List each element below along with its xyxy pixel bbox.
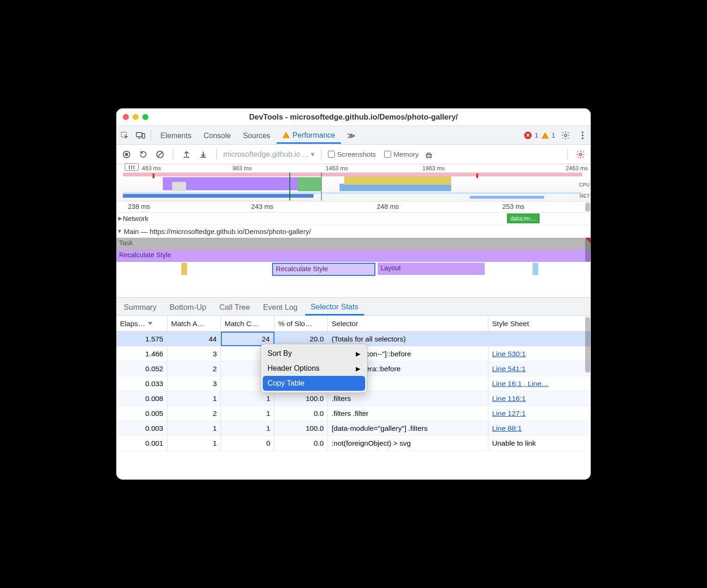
svg-point-5: [581, 134, 583, 136]
flame-scrollbar[interactable]: [585, 202, 590, 212]
col-pct-slow[interactable]: % of Slo…: [274, 316, 328, 331]
ctx-header-options[interactable]: Header Options▶: [261, 361, 367, 376]
stylesheet-link[interactable]: Line 127:1: [492, 409, 526, 418]
recalc-style-selected[interactable]: Recalculate Style: [272, 263, 375, 276]
maximize-icon[interactable]: [142, 114, 148, 120]
network-label: Network: [123, 214, 148, 222]
cell: 1: [167, 421, 221, 435]
close-icon[interactable]: [123, 114, 129, 120]
detail-ruler[interactable]: 238 ms 243 ms 248 ms 253 ms: [116, 201, 591, 213]
upload-icon[interactable]: [180, 148, 193, 161]
cell: 1.466: [116, 347, 167, 361]
svg-line-10: [158, 152, 162, 157]
recalc-style-bar[interactable]: Recalculate Style: [116, 250, 591, 262]
cell: 0.033: [116, 376, 167, 391]
collapse-icon[interactable]: ▼: [117, 228, 122, 234]
table-row[interactable]: 0.00811100.0.filtersLine 116:1: [116, 391, 591, 406]
time-marker[interactable]: [289, 173, 290, 200]
cell: 100.0: [274, 421, 328, 435]
cell: 2: [167, 406, 221, 421]
col-selector[interactable]: Selector: [328, 316, 488, 331]
cell: Line 127:1: [488, 406, 591, 421]
cell: .filters: [328, 391, 488, 406]
tab-performance[interactable]: Performance: [277, 127, 341, 144]
col-stylesheet[interactable]: Style Sheet: [488, 316, 591, 331]
tab-call-tree[interactable]: Call Tree: [213, 299, 255, 314]
kebab-icon[interactable]: [576, 129, 589, 142]
col-match-attempts[interactable]: Match A…: [167, 316, 221, 331]
expand-icon[interactable]: ▶: [118, 215, 122, 221]
titlebar: DevTools - microsoftedge.github.io/Demos…: [116, 108, 591, 126]
task-bar[interactable]: Task: [116, 238, 591, 250]
traffic-lights: [123, 114, 148, 120]
overview-area[interactable]: CPU NET: [116, 173, 591, 200]
cell: 1: [167, 391, 221, 406]
cell: [data-module="gallery"] .filters: [328, 421, 488, 435]
tab-bottom-up[interactable]: Bottom-Up: [164, 299, 212, 314]
minimize-icon[interactable]: [133, 114, 139, 120]
network-entry[interactable]: data:im…: [507, 214, 540, 223]
layout-bar[interactable]: Layout: [378, 263, 485, 275]
flame-chart[interactable]: ▶ Network data:im… ▼ Main — https://micr…: [116, 213, 591, 297]
memory-checkbox[interactable]: Memory: [384, 150, 419, 158]
tab-sources[interactable]: Sources: [237, 127, 276, 143]
record-icon[interactable]: [120, 148, 133, 161]
error-count: 1: [534, 131, 538, 139]
time-marker[interactable]: [321, 173, 322, 200]
tab-elements[interactable]: Elements: [155, 127, 197, 143]
cell: .filters .filter: [328, 406, 488, 421]
cell: 2: [167, 361, 221, 376]
ctx-copy-table[interactable]: Copy Table: [263, 376, 365, 391]
col-elapsed[interactable]: Elaps…: [116, 316, 167, 331]
main-track[interactable]: ▼ Main — https://microsoftedge.github.io…: [116, 225, 591, 238]
error-icon: ✕: [524, 132, 532, 139]
device-toolbar-icon[interactable]: [134, 129, 147, 142]
issues-indicator[interactable]: ✕1 1: [524, 131, 555, 139]
screenshots-checkbox[interactable]: Screenshots: [328, 150, 376, 158]
col-match-count[interactable]: Match C…: [221, 316, 274, 331]
cell: 0.001: [116, 436, 167, 450]
clear-icon[interactable]: [153, 148, 167, 161]
reload-icon[interactable]: [137, 148, 150, 161]
cell: 0.008: [116, 391, 167, 406]
table-row[interactable]: 0.001100.0:not(foreignObject) > svgUnabl…: [116, 436, 591, 451]
tab-more[interactable]: ≫: [342, 127, 361, 143]
table-row[interactable]: 0.00311100.0[data-module="gallery"] .fil…: [116, 421, 591, 436]
network-track[interactable]: ▶ Network data:im…: [116, 213, 591, 225]
selector-stats-table: Elaps… Match A… Match C… % of Slo… Selec…: [116, 316, 591, 480]
ctx-sort-by[interactable]: Sort By▶: [261, 346, 367, 361]
stylesheet-link[interactable]: Line 530:1: [492, 350, 526, 358]
cell: 0.003: [116, 421, 167, 435]
cell: 1: [221, 391, 274, 406]
svg-point-3: [565, 134, 567, 136]
tab-console[interactable]: Console: [198, 127, 237, 143]
tab-event-log[interactable]: Event Log: [257, 299, 303, 314]
warning-count: 1: [552, 131, 555, 139]
capture-settings-icon[interactable]: [574, 148, 587, 161]
tab-selector-stats[interactable]: Selector Stats: [305, 298, 364, 315]
overview-pane[interactable]: 463 ms 963 ms 1463 ms 1963 ms 2463 ms CP…: [116, 164, 591, 201]
table-row[interactable]: 0.005210.0.filters .filterLine 127:1: [116, 406, 591, 421]
download-icon[interactable]: [197, 148, 210, 161]
cell: 1: [221, 406, 274, 421]
stylesheet-link[interactable]: Line 116:1: [492, 394, 526, 403]
flame-scrollbar[interactable]: [585, 238, 590, 262]
cell: Unable to link: [488, 436, 591, 450]
table-scrollbar[interactable]: [585, 317, 590, 373]
context-menu: Sort By▶ Header Options▶ Copy Table: [260, 344, 367, 393]
cell: [488, 332, 591, 346]
stylesheet-link[interactable]: Line 16:1 , Line…: [492, 380, 549, 388]
range-handle[interactable]: [125, 163, 139, 171]
perf-toolbar: microsoftedge.github.io ... ▾ Screenshot…: [116, 145, 591, 164]
detail-tabs: Summary Bottom-Up Call Tree Event Log Se…: [116, 297, 591, 316]
stylesheet-link[interactable]: Line 541:1: [492, 365, 526, 373]
recording-selector[interactable]: microsoftedge.github.io ... ▾: [223, 150, 314, 159]
tab-summary[interactable]: Summary: [118, 299, 162, 314]
inspect-icon[interactable]: [118, 129, 131, 142]
main-tabs: Elements Console Sources Performance ≫ ✕…: [116, 126, 591, 145]
garbage-collect-icon[interactable]: [422, 148, 435, 161]
svg-point-6: [581, 137, 583, 139]
stylesheet-link[interactable]: Line 88:1: [492, 424, 522, 433]
svg-point-8: [125, 153, 128, 156]
settings-icon[interactable]: [559, 129, 572, 142]
